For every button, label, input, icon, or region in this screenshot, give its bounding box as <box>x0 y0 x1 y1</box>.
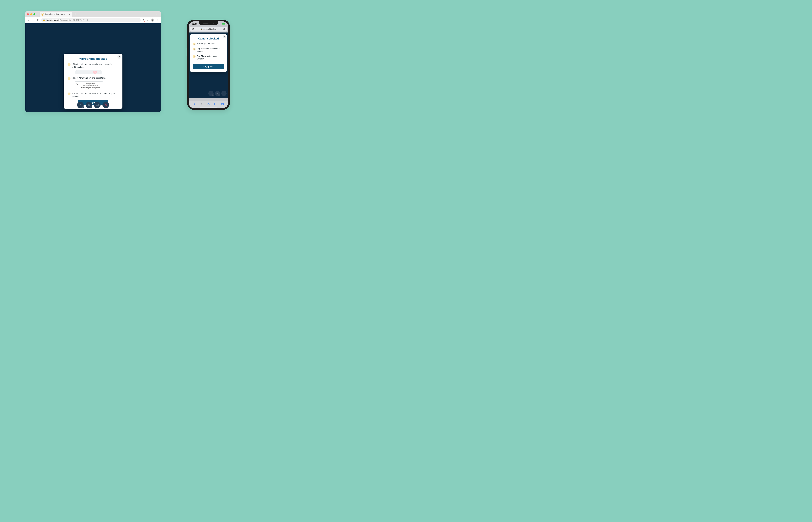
text-size-icon[interactable]: AA <box>192 28 194 30</box>
microphone-toggle-button[interactable]: ⌄ <box>77 102 84 108</box>
safari-forward-button[interactable] <box>200 102 203 106</box>
bookmark-star-icon[interactable]: ☆ <box>147 19 149 22</box>
mobile-step-2-text: Tap the camera icon at the bottom. <box>197 47 224 53</box>
safari-bookmarks-button[interactable] <box>214 102 217 106</box>
screen-share-button[interactable] <box>94 102 101 108</box>
modal-close-button[interactable]: ✕ <box>223 35 226 38</box>
forward-button[interactable]: → <box>32 19 35 21</box>
microphone-blocked-icon[interactable]: ✕ <box>143 19 145 22</box>
address-bar[interactable]: 🔒 join.lookback.io/session/KjkHvUeT8PSxe… <box>41 18 141 22</box>
chevron-down-icon[interactable]: ⌄ <box>81 106 84 108</box>
page-viewport: ✕ Microphone blocked 1 Click the microph… <box>25 23 161 112</box>
mobile-step-3: 3 Tap Allow on the popup window. <box>193 55 224 60</box>
traffic-light-minimize-icon[interactable] <box>30 13 32 15</box>
microphone-blocked-modal: ✕ Microphone blocked 1 Click the microph… <box>64 54 122 109</box>
step-number-badge: 2 <box>67 77 70 80</box>
battery-charging-icon: ⚡ <box>222 23 225 25</box>
new-tab-button[interactable]: + <box>75 13 76 16</box>
tabstrip-overflow-icon[interactable]: ⌄ <box>155 13 157 16</box>
step-number-badge: 2 <box>193 47 195 51</box>
step-number-badge: 3 <box>67 93 70 95</box>
mobile-phone-frame: 07:27 ➤ ⚡ AA 🔒join.lookback.io ✕ Camera … <box>187 20 230 110</box>
tab-title: Interview at Lookback <box>45 13 65 16</box>
back-button[interactable]: ← <box>27 19 30 21</box>
reload-button[interactable]: ⟳ <box>37 19 39 22</box>
permission-radio-illustration: Always allow https://join.lookback.io to… <box>75 81 103 90</box>
safari-tabs-button[interactable] <box>221 102 224 106</box>
chevron-down-icon[interactable]: ⌄ <box>218 94 220 96</box>
browser-tab[interactable]: ◈ Interview at Lookback ✕ <box>40 12 72 17</box>
phone-screen: 07:27 ➤ ⚡ AA 🔒join.lookback.io ✕ Camera … <box>189 21 228 108</box>
wifi-icon <box>219 23 221 25</box>
svg-rect-19 <box>222 103 224 105</box>
step-2-text: Select Always allow and click Done. <box>72 77 106 80</box>
radio-label-line2: to access your microphone <box>80 87 102 89</box>
browser-toolbar: ← → ⟳ 🔒 join.lookback.io/session/KjkHvUe… <box>25 17 161 23</box>
loading-bar <box>25 23 161 23</box>
svg-rect-18 <box>221 103 223 105</box>
step-2: 2 Select Always allow and click Done. <box>67 77 119 80</box>
profile-avatar-icon[interactable] <box>151 19 154 22</box>
modal-close-button[interactable]: ✕ <box>118 55 121 59</box>
step-1-text: Click the microphone icon in your browse… <box>72 63 119 68</box>
url-path: /session/KjkHvUeT8PSxeYxyX <box>60 19 88 21</box>
step-number-badge: 1 <box>193 43 195 45</box>
camera-toggle-button[interactable]: ⌄ <box>86 102 92 108</box>
step-number-badge: 3 <box>193 55 195 58</box>
status-time: 07:27 <box>192 23 197 25</box>
browser-tabstrip: ◈ Interview at Lookback ✕ + ⌄ <box>25 12 161 17</box>
tab-close-icon[interactable]: ✕ <box>69 13 70 16</box>
traffic-light-close-icon[interactable] <box>27 13 29 15</box>
mobile-call-controls: ⌄ ⌄ <box>208 91 227 96</box>
chevron-down-icon[interactable]: ⌄ <box>212 94 214 96</box>
step-1: 1 Click the microphone icon in your brow… <box>67 63 119 68</box>
desktop-browser-window: ◈ Interview at Lookback ✕ + ⌄ ← → ⟳ 🔒 jo… <box>25 12 161 112</box>
svg-rect-5 <box>96 104 99 106</box>
mobile-mic-toggle-button[interactable]: ⌄ <box>208 91 213 96</box>
radio-label-line1: Always allow https://join.lookback.io <box>80 83 102 87</box>
url-host: join.lookback.io <box>46 19 60 21</box>
step-3: 3 Click the microphone icon at the botto… <box>67 92 119 98</box>
mobile-step-1: 1 Reload your browser. <box>193 42 224 45</box>
mobile-step-3-text: Tap Allow on the popup window. <box>197 55 224 60</box>
safari-share-button[interactable] <box>207 102 210 106</box>
leave-call-button[interactable] <box>103 102 109 108</box>
tab-favicon-icon: ◈ <box>41 13 44 16</box>
step-number-badge: 1 <box>67 63 70 66</box>
safari-address-bar[interactable]: AA 🔒join.lookback.io <box>190 27 227 32</box>
phone-notch <box>199 21 218 25</box>
call-control-bar: ⌄ ⌄ <box>77 102 109 108</box>
modal-title: Microphone blocked <box>67 57 119 61</box>
safari-back-button[interactable] <box>193 102 196 106</box>
address-bar-illustration: ☆ <box>75 70 102 75</box>
location-arrow-icon: ➤ <box>197 23 199 25</box>
svg-point-1 <box>152 20 153 20</box>
mobile-camera-toggle-button[interactable]: ⌄ <box>215 91 220 96</box>
step-3-text: Click the microphone icon at the bottom … <box>72 92 119 98</box>
microphone-muted-icon <box>93 71 97 74</box>
mobile-step-1-text: Reload your browser. <box>197 42 215 45</box>
traffic-light-zoom-icon[interactable] <box>34 13 36 15</box>
mobile-modal-title: Camera blocked <box>193 37 224 40</box>
chevron-down-icon[interactable]: ⌄ <box>90 106 92 108</box>
lock-icon: 🔒 <box>201 28 202 30</box>
reload-icon[interactable] <box>223 27 225 31</box>
star-outline-icon: ☆ <box>99 71 101 74</box>
browser-menu-icon[interactable]: ⋮ <box>156 19 159 22</box>
safari-url-text: join.lookback.io <box>203 28 216 30</box>
mobile-step-2: 2 Tap the camera icon at the bottom. <box>193 47 224 53</box>
mobile-ok-got-it-button[interactable]: Ok, got it! <box>193 64 224 69</box>
mobile-leave-call-button[interactable] <box>221 91 227 96</box>
radio-selected-icon <box>77 83 78 85</box>
home-indicator[interactable] <box>200 107 217 107</box>
camera-blocked-modal: ✕ Camera blocked 1 Reload your browser. … <box>190 34 227 72</box>
mobile-page-viewport: ✕ Camera blocked 1 Reload your browser. … <box>189 33 228 98</box>
lock-icon: 🔒 <box>43 19 45 21</box>
